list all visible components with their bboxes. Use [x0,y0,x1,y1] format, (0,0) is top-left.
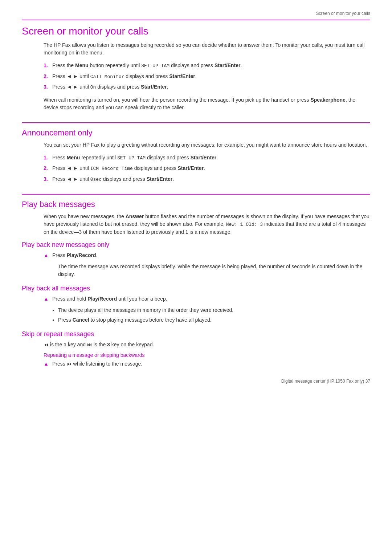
section1-steps: 1. Press the Menu button repeatedly unti… [44,62,370,91]
subsection-skip-repeat: Skip or repeat messages ⏮ is the 1 key a… [22,330,370,368]
section-divider-3 [22,194,370,195]
section-divider-2 [22,122,370,123]
skip-repeat-intro: ⏮ is the 1 key and ⏭ is the 3 key on the… [44,341,370,349]
subsection-play-new-title: Play back new messages only [22,241,370,249]
step-content: Press ◄ ► until Call Monitor displays an… [52,73,370,81]
play-all-bullet-list: The device plays all the messages in mem… [58,306,370,324]
section2-steps: 1. Press Menu repeatedly until SET UP TA… [44,154,370,183]
play-new-arrow-text: Press Play/Record. [52,252,98,259]
play-new-note: The time the message was recorded displa… [58,263,370,278]
play-all-arrow-list: ▲ Press and hold Play/Record until you h… [44,295,370,303]
repeat-arrow-list: ▲ Press ⏮ while listening to the message… [44,360,370,368]
play-all-bullet2: Press Cancel to stop playing messages be… [58,316,370,324]
sub-subsection-repeat-title: Repeating a message or skipping backward… [44,352,370,358]
step-number: 3. [44,175,52,183]
step-number: 1. [44,154,52,162]
subsection-play-all: Play back all messages ▲ Press and hold … [22,285,370,324]
section1-title: Screen or monitor your calls [22,25,370,37]
section2-intro: You can set your HP Fax to play a greeti… [44,141,370,149]
section-divider-1 [22,20,370,20]
section3-title: Play back messages [22,200,370,209]
section1-step2: 2. Press ◄ ► until Call Monitor displays… [44,73,370,81]
subsection-skip-repeat-title: Skip or repeat messages [22,330,370,338]
play-all-arrow-text: Press and hold Play/Record until you hea… [52,295,167,303]
step-content: Press ◄ ► until ICM Record Time displays… [52,164,370,172]
step-number: 3. [44,83,52,91]
section-announcement-only: Announcement only You can set your HP Fa… [22,122,370,183]
step-content: Press ◄ ► until 0sec displays and press … [52,175,370,183]
subsection-play-new: Play back new messages only ▲ Press Play… [22,241,370,278]
step-content: Press ◄ ► until On displays and press St… [52,83,370,91]
play-all-arrow-item: ▲ Press and hold Play/Record until you h… [44,295,370,303]
step-number: 2. [44,73,52,80]
sub-subsection-repeat: Repeating a message or skipping backward… [44,352,370,368]
step-content: Press the Menu button repeatedly until S… [52,62,370,70]
section2-step1: 1. Press Menu repeatedly until SET UP TA… [44,154,370,162]
page-footer: Digital message center (HP 1050 Fax only… [22,379,370,384]
repeat-arrow-text: Press ⏮ while listening to the message. [52,360,142,368]
page-header: Screen or monitor your calls [22,11,370,16]
section1-step1: 1. Press the Menu button repeatedly unti… [44,62,370,70]
subsection-play-all-title: Play back all messages [22,285,370,292]
section3-intro: When you have new messages, the Answer b… [44,213,370,236]
step-content: Press Menu repeatedly until SET UP TAM d… [52,154,370,162]
section2-step3: 3. Press ◄ ► until 0sec displays and pre… [44,175,370,183]
play-new-arrow-item: ▲ Press Play/Record. [44,252,370,259]
step-number: 2. [44,164,52,172]
section-screen-monitor: Screen or monitor your calls The HP Fax … [22,20,370,111]
section1-note: When call monitoring is turned on, you w… [44,96,370,111]
section2-title: Announcement only [22,128,370,138]
section1-intro: The HP Fax allows you listen to messages… [44,41,370,57]
repeat-arrow-item: ▲ Press ⏮ while listening to the message… [44,360,370,368]
arrow-icon: ▲ [44,295,49,303]
section2-step2: 2. Press ◄ ► until ICM Record Time displ… [44,164,370,172]
section1-step3: 3. Press ◄ ► until On displays and press… [44,83,370,91]
arrow-icon: ▲ [44,252,49,259]
arrow-icon: ▲ [44,360,49,368]
step-number: 1. [44,62,52,69]
play-new-arrow-list: ▲ Press Play/Record. [44,252,370,259]
section-play-back: Play back messages When you have new mes… [22,194,370,368]
play-all-bullet1: The device plays all the messages in mem… [58,306,370,314]
